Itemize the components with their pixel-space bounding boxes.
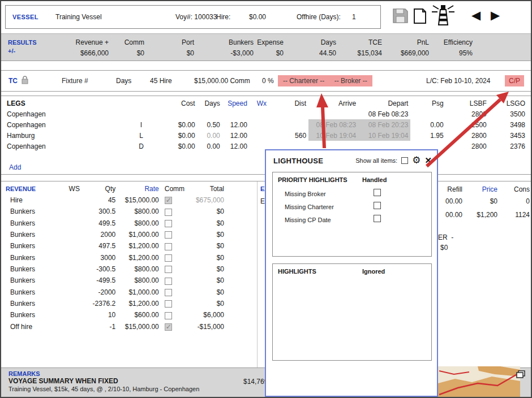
- lighthouse-controls: Show all items: ⚙ ✕: [355, 155, 432, 165]
- broker-placeholder[interactable]: -- Broker --: [334, 77, 367, 85]
- app-window: VESSEL Training Vessel Voy#: 100033 Hire…: [0, 0, 532, 398]
- revenue-qty[interactable]: -2000: [82, 287, 118, 298]
- leg-port[interactable]: Copenhagen: [5, 119, 134, 130]
- comm-checkbox[interactable]: [165, 243, 172, 250]
- revenue-total: $0: [187, 240, 226, 252]
- legs-table: LEGS Cost Days Speed Wx Dist Arrive Depa…: [5, 98, 527, 152]
- offhire-value: 1: [352, 13, 356, 21]
- vessel-name[interactable]: Training Vessel: [55, 13, 102, 21]
- revenue-qty[interactable]: 3000: [82, 252, 118, 263]
- voyage-number: Voy#: 100033: [175, 13, 217, 21]
- leg-lsgo: 2376: [489, 141, 527, 152]
- leg-type: [134, 109, 148, 119]
- highlights-box: HIGHLIGHTS Ignored: [272, 263, 432, 361]
- revenue-qty[interactable]: 300.5: [82, 206, 118, 217]
- revenue-rate[interactable]: $1,000.00: [118, 229, 161, 240]
- revenue-qty[interactable]: -1: [82, 321, 118, 332]
- map-fragment: [438, 366, 520, 398]
- close-icon[interactable]: ✕: [424, 156, 432, 165]
- gear-icon[interactable]: ⚙: [412, 155, 421, 165]
- comm-checkbox[interactable]: [165, 278, 172, 285]
- revenue-table: REVENUE WS Qty Rate Comm Total Hire 45 $…: [5, 183, 226, 332]
- revenue-row: Off hire -1 $15,000.00 -$15,000: [5, 321, 226, 332]
- revenue-total: $0: [187, 229, 226, 240]
- revenue-qty[interactable]: 499.5: [82, 218, 118, 229]
- save-icon[interactable]: [393, 8, 408, 25]
- col-speed[interactable]: Speed: [222, 98, 250, 109]
- revenue-rate[interactable]: $800.00: [118, 263, 161, 275]
- leg-type: L: [134, 130, 148, 141]
- charterer-broker-highlight[interactable]: -- Charterer -- -- Broker --: [278, 75, 372, 86]
- metric-label: Port: [149, 38, 194, 46]
- metric-value: $0: [149, 49, 194, 57]
- leg-port[interactable]: Copenhagen: [5, 141, 134, 152]
- add-leg-link[interactable]: Add: [9, 163, 21, 171]
- comm-checkbox[interactable]: [165, 312, 172, 319]
- revenue-rate[interactable]: $1,000.00: [118, 287, 161, 298]
- revenue-rate[interactable]: $1,200.00: [118, 252, 161, 263]
- revenue-qty[interactable]: 2000: [82, 229, 118, 240]
- col-lsbf: LSBF: [446, 98, 489, 109]
- handled-checkbox[interactable]: [374, 189, 381, 196]
- voyage-summary-title: VOYAGE SUMMARY WHEN FIXED: [8, 377, 118, 385]
- show-all-items-checkbox[interactable]: [401, 157, 408, 164]
- metric-bunkers: Bunkers -$3,000: [197, 38, 254, 57]
- previous-arrow-icon[interactable]: ◀: [471, 9, 480, 21]
- revenue-rate[interactable]: $600.00: [118, 309, 161, 321]
- comm-checkbox[interactable]: [165, 289, 172, 296]
- comm-checkbox[interactable]: [165, 220, 172, 227]
- lock-icon[interactable]: [22, 76, 28, 86]
- revenue-rate[interactable]: $800.00: [118, 206, 161, 217]
- revenue-rate[interactable]: $800.00: [118, 218, 161, 229]
- handled-checkbox[interactable]: [374, 215, 381, 222]
- leg-row: Copenhagen I $0.00 0.50 12.00 08 Feb 08:…: [5, 119, 527, 130]
- leg-cost: $0.00: [149, 130, 198, 141]
- revenue-rate[interactable]: $1,200.00: [118, 298, 161, 309]
- col-wx[interactable]: Wx: [250, 98, 269, 109]
- leg-type: D: [134, 141, 148, 152]
- leg-port[interactable]: Hamburg: [5, 130, 134, 141]
- col-rate[interactable]: Rate: [118, 183, 161, 194]
- lighthouse-icon[interactable]: [430, 3, 456, 29]
- results-plusminus-toggle[interactable]: +/-: [8, 47, 37, 55]
- maximize-icon[interactable]: [516, 370, 525, 380]
- results-title-text: RESULTS: [8, 38, 37, 47]
- revenue-item-name: Bunkers: [5, 298, 63, 309]
- comm-checkbox[interactable]: [165, 300, 172, 308]
- comm-checkbox[interactable]: [165, 254, 172, 262]
- leg-port[interactable]: Copenhagen: [5, 109, 134, 119]
- leg-row: Copenhagen 08 Feb 08:23 2800 3500: [5, 109, 527, 119]
- bunker-price: $0: [467, 197, 497, 205]
- leg-dist: [269, 119, 308, 130]
- comm-checkbox[interactable]: [165, 323, 172, 331]
- col-price[interactable]: Price: [467, 185, 497, 193]
- revenue-qty[interactable]: -300.5: [82, 263, 118, 275]
- tc-hire-value: 45 Hire: [150, 77, 172, 85]
- revenue-qty[interactable]: 10: [82, 309, 118, 321]
- comm-checkbox[interactable]: [165, 209, 172, 216]
- col-qty: Qty: [82, 183, 118, 194]
- revenue-qty[interactable]: 497.5: [82, 240, 118, 252]
- metric-value: -$3,000: [197, 49, 254, 57]
- revenue-qty[interactable]: -499.5: [82, 275, 118, 286]
- revenue-total: $0: [187, 275, 226, 286]
- charterer-placeholder[interactable]: -- Charterer --: [283, 77, 324, 85]
- revenue-rate[interactable]: $800.00: [118, 275, 161, 286]
- next-arrow-icon[interactable]: ▶: [491, 9, 500, 21]
- revenue-row: Bunkers 2000 $1,000.00 $0: [5, 229, 226, 240]
- handled-checkbox[interactable]: [374, 202, 381, 209]
- cp-date-highlight[interactable]: C/P: [505, 75, 524, 86]
- revenue-rate[interactable]: $15,000.00: [118, 194, 161, 206]
- revenue-rate[interactable]: $15,000.00: [118, 321, 161, 332]
- comm-checkbox[interactable]: [165, 266, 172, 273]
- document-icon[interactable]: [413, 8, 427, 25]
- comm-checkbox[interactable]: [165, 197, 172, 204]
- revenue-qty[interactable]: 45: [82, 194, 118, 206]
- revenue-rate[interactable]: $1,200.00: [118, 240, 161, 252]
- revenue-row: Hire 45 $15,000.00 $675,000: [5, 194, 226, 206]
- comm-checkbox[interactable]: [165, 231, 172, 239]
- revenue-qty[interactable]: -2376.2: [82, 298, 118, 309]
- revenue-row: Bunkers -300.5 $800.00 $0: [5, 263, 226, 275]
- revenue-item-name: Bunkers: [5, 263, 63, 275]
- revenue-item-name: Bunkers: [5, 252, 63, 263]
